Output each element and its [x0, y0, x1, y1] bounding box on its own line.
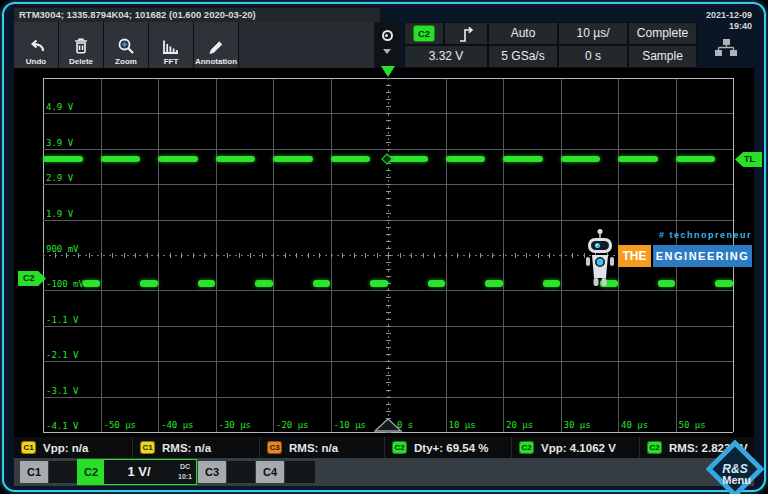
trigger-position-marker[interactable] — [381, 66, 395, 77]
voltage-axis-label: 2.9 V — [46, 173, 73, 184]
axis-tick — [386, 375, 391, 376]
axis-tick — [386, 297, 391, 298]
channel1-status-slot — [49, 461, 77, 483]
axis-tick — [296, 253, 297, 258]
channel1-badge: C1 — [21, 441, 36, 454]
display-settings-column[interactable] — [374, 22, 400, 68]
zoom-icon — [114, 36, 138, 56]
channel2-badge: C2 — [647, 441, 662, 454]
axis-tick — [386, 312, 391, 313]
trigger-position-marker-bottom[interactable] — [374, 418, 402, 432]
timebase-cell[interactable]: 10 µs/ — [558, 22, 628, 45]
axis-tick — [538, 253, 539, 258]
measurement-3[interactable]: C3 RMS: n/a — [260, 437, 385, 458]
channel2-group[interactable]: C2 1 V/ DC 10:1 — [77, 459, 197, 485]
axis-tick — [386, 227, 391, 228]
axis-tick — [227, 253, 228, 258]
measurement-2[interactable]: C1 RMS: n/a — [133, 437, 260, 458]
horizontal-position-cell[interactable]: 0 s — [558, 45, 628, 68]
time-axis-label: -20 µs — [276, 420, 309, 431]
device-title-bar: RTM3004; 1335.8794K04; 101682 (01.600 20… — [14, 8, 380, 22]
axis-tick — [386, 92, 391, 93]
axis-tick — [386, 382, 391, 383]
axis-tick — [377, 253, 378, 258]
measurement-results-bar: C1 Vpp: n/a C1 RMS: n/a C3 RMS: n/a C2 D… — [14, 437, 754, 458]
waveform-segment — [255, 280, 273, 287]
measurement-4[interactable]: C2 Dty+: 69.54 % — [385, 437, 512, 458]
oscilloscope-screen: RTM3004; 1335.8794K04; 101682 (01.600 20… — [0, 0, 768, 494]
display-content: RTM3004; 1335.8794K04; 101682 (01.600 20… — [14, 8, 754, 486]
time-axis-label: -40 µs — [161, 420, 194, 431]
axis-tick — [386, 347, 391, 348]
undo-button[interactable]: Undo — [14, 22, 59, 68]
trigger-slope-cell[interactable] — [444, 22, 488, 45]
axis-tick — [386, 128, 391, 129]
waveform-segment — [158, 156, 198, 162]
axis-tick — [342, 253, 343, 258]
time-axis-label: -30 µs — [219, 420, 252, 431]
axis-tick — [386, 106, 391, 107]
trigger-mode-cell[interactable]: Auto — [488, 22, 558, 45]
axis-tick — [386, 213, 391, 214]
measurement-5[interactable]: C2 Vpp: 4.1062 V — [512, 437, 640, 458]
trigger-source-cell[interactable]: C2 — [404, 22, 444, 45]
axis-tick — [285, 253, 286, 258]
channel3-button[interactable]: C3 — [198, 461, 226, 483]
waveform-segment — [370, 280, 388, 287]
measurement-text: Vpp: 4.1062 V — [541, 442, 616, 454]
fft-button[interactable]: FFT — [149, 22, 194, 68]
axis-tick — [469, 253, 470, 258]
axis-tick — [386, 404, 391, 405]
waveform-segment — [83, 280, 101, 287]
watermark-engineering: ENGINEERING — [653, 245, 752, 267]
axis-tick — [411, 253, 412, 258]
axis-tick — [386, 149, 391, 150]
acquisition-state-cell[interactable]: Complete — [628, 22, 697, 45]
menu-button[interactable]: Menu — [722, 474, 751, 486]
axis-tick — [386, 205, 391, 206]
channel2-badge: C2 — [392, 441, 407, 454]
axis-tick — [386, 411, 391, 412]
waveform-segment — [676, 156, 716, 162]
watermark-the: THE — [618, 245, 651, 267]
acquisition-mode-cell[interactable]: Sample — [628, 45, 697, 68]
axis-tick — [480, 253, 481, 258]
trigger-level-cell[interactable]: 3.32 V — [404, 45, 488, 68]
waveform-segment — [101, 156, 141, 162]
delete-button[interactable]: Delete — [59, 22, 104, 68]
measurement-1[interactable]: C1 Vpp: n/a — [14, 437, 133, 458]
axis-tick — [386, 120, 391, 121]
axis-tick — [386, 269, 391, 270]
axis-tick — [386, 191, 391, 192]
channel1-button[interactable]: C1 — [20, 461, 48, 483]
zoom-button[interactable]: Zoom — [104, 22, 149, 68]
axis-tick — [101, 253, 102, 258]
axis-tick — [386, 142, 391, 143]
axis-tick — [386, 99, 391, 100]
voltage-axis-label: 1.9 V — [46, 209, 73, 220]
time-axis-label: 30 µs — [564, 420, 591, 431]
channel4-button[interactable]: C4 — [256, 461, 284, 483]
sample-rate-cell[interactable]: 5 GSa/s — [488, 45, 558, 68]
axis-tick — [423, 253, 424, 258]
channel2-button[interactable]: C2 — [78, 460, 104, 484]
axis-tick — [386, 390, 391, 391]
voltage-axis-label: -4.1 V — [46, 421, 79, 432]
axis-tick — [386, 262, 391, 263]
settings-icon — [382, 30, 393, 41]
zoom-label: Zoom — [115, 57, 137, 66]
scroll-down-icon — [383, 49, 391, 54]
axis-tick — [446, 253, 447, 258]
time-axis-label: -50 µs — [104, 420, 137, 431]
waveform-segment — [543, 280, 561, 287]
axis-tick — [135, 253, 136, 258]
axis-tick — [386, 78, 391, 79]
voltage-axis-label: -1.1 V — [46, 315, 79, 326]
channel1-badge: C1 — [140, 441, 155, 454]
pencil-icon — [204, 36, 228, 56]
axis-tick — [386, 135, 391, 136]
waveform-segment — [198, 280, 216, 287]
voltage-axis-label: 4.9 V — [46, 102, 73, 113]
axis-tick — [89, 253, 90, 258]
annotation-button[interactable]: Annotation — [194, 22, 239, 68]
